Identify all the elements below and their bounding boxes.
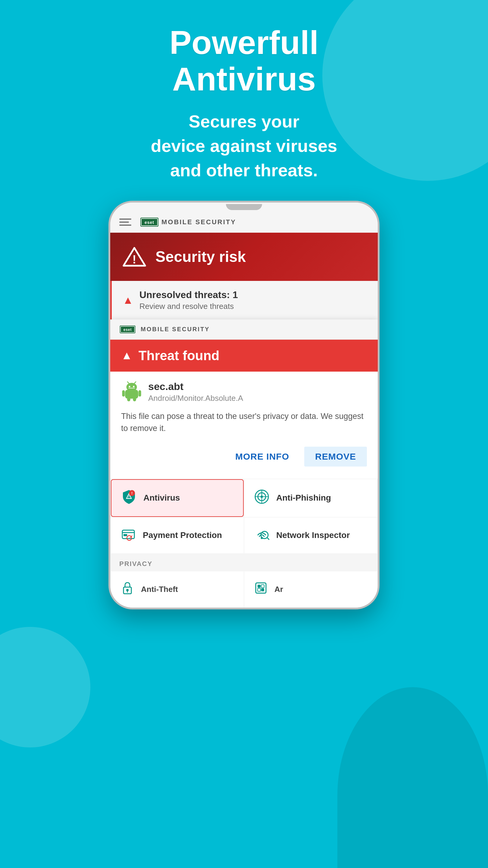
svg-text:eset: eset (144, 220, 154, 225)
dialog-header-bar: eset MOBILE SECURITY (110, 319, 378, 340)
dialog-body: sec.abt Android/Monitor.Absolute.A This … (110, 372, 378, 478)
shield-warning-icon: ! ! (121, 489, 137, 504)
threat-file-type: Android/Monitor.Absolute.A (148, 394, 243, 403)
payment-icon-svg (121, 527, 136, 541)
threat-dialog: eset MOBILE SECURITY ▲ Threat found (110, 319, 378, 478)
ar-label: Ar (274, 585, 283, 594)
dialog-actions: MORE INFO REMOVE (121, 444, 367, 470)
eset-logo-svg: eset (140, 218, 158, 227)
header-title: Powerfull Antivirus (0, 24, 488, 97)
ar-svg (254, 581, 268, 595)
threat-found-banner: ▲ Threat found (110, 340, 378, 372)
header-title-line2: Antivirus (172, 60, 316, 97)
svg-text:!: ! (131, 491, 133, 495)
svg-text:eset: eset (124, 328, 132, 332)
threat-found-label: Threat found (138, 348, 220, 363)
svg-point-9 (127, 383, 137, 391)
threat-warning-icon: ▲ (121, 349, 133, 362)
svg-text:!: ! (128, 495, 129, 498)
unresolved-threats-row[interactable]: ▲ Unresolved threats: 1 Review and resol… (110, 281, 378, 319)
payment-protection-label: Payment Protection (143, 530, 222, 540)
header-title-line1: Powerfull (169, 24, 318, 61)
bg-blob-left (0, 627, 90, 747)
svg-line-34 (267, 538, 269, 539)
network-inspector-tile[interactable]: Network Inspector (244, 518, 377, 553)
antivirus-label: Antivirus (143, 493, 180, 503)
anti-phishing-tile[interactable]: Anti-Phishing (244, 479, 377, 517)
android-icon (121, 381, 142, 402)
svg-rect-16 (127, 398, 130, 401)
threat-file-name: sec.abt (148, 381, 243, 393)
threat-file-info: sec.abt Android/Monitor.Absolute.A (148, 381, 243, 403)
svg-rect-30 (124, 534, 127, 536)
security-risk-banner: ! Security risk (110, 233, 378, 281)
svg-rect-38 (256, 583, 266, 593)
eset-logo: eset MOBILE SECURITY (140, 218, 236, 227)
hamburger-menu-icon[interactable] (119, 218, 131, 226)
svg-line-12 (127, 381, 129, 383)
svg-line-13 (134, 381, 136, 383)
anti-theft-icon (119, 581, 135, 598)
security-risk-label: Security risk (156, 248, 246, 266)
dialog-app-name: MOBILE SECURITY (141, 326, 210, 333)
payment-protection-tile[interactable]: Payment Protection (111, 518, 244, 553)
remove-button[interactable]: REMOVE (304, 447, 367, 467)
privacy-label: PRIVACY (119, 560, 153, 567)
phone-notch (226, 204, 262, 210)
header-subtitle: Secures yourdevice against virusesand ot… (0, 109, 488, 183)
svg-rect-14 (122, 390, 125, 396)
bottom-feature-grid: Anti-Theft Ar (110, 571, 378, 608)
anti-theft-tile[interactable]: Anti-Theft (111, 571, 244, 608)
unresolved-subtitle: Review and resolve threats (139, 302, 238, 311)
svg-rect-41 (258, 588, 261, 591)
svg-rect-42 (261, 588, 264, 591)
phone-notch-area (110, 203, 378, 212)
svg-rect-39 (258, 585, 261, 588)
bg-blob-bottom (337, 687, 488, 868)
network-icon-svg (254, 527, 269, 541)
unresolved-title: Unresolved threats: 1 (139, 289, 238, 301)
phishing-icon-svg (254, 489, 269, 504)
antivirus-icon: ! ! (120, 489, 138, 507)
dialog-eset-logo-svg: eset (119, 326, 136, 333)
app-name-label: MOBILE SECURITY (161, 218, 236, 226)
network-inspector-icon (253, 527, 271, 544)
svg-point-36 (126, 589, 129, 591)
svg-rect-17 (133, 398, 136, 401)
more-info-button[interactable]: MORE INFO (226, 447, 298, 467)
anti-theft-svg (121, 581, 134, 595)
alert-icon: ▲ (123, 294, 133, 307)
anti-phishing-label: Anti-Phishing (276, 493, 331, 503)
feature-grid: ! ! Antivirus (110, 478, 378, 554)
svg-point-11 (133, 385, 134, 387)
svg-rect-15 (138, 390, 141, 396)
threat-file-row: sec.abt Android/Monitor.Absolute.A (121, 381, 367, 403)
ar-tile[interactable]: Ar (244, 571, 377, 608)
svg-point-31 (127, 535, 132, 540)
svg-rect-40 (261, 585, 264, 588)
header-section: Powerfull Antivirus Secures yourdevice a… (0, 0, 488, 201)
app-topbar: eset MOBILE SECURITY (110, 212, 378, 233)
privacy-section: PRIVACY (110, 554, 378, 571)
threat-description: This file can pose a threat to the user'… (121, 410, 367, 435)
warning-triangle-icon: ! (122, 245, 147, 269)
phone-wrapper: eset MOBILE SECURITY ! Security risk ▲ U… (0, 201, 488, 610)
unresolved-text-group: Unresolved threats: 1 Review and resolve… (139, 289, 238, 311)
anti-theft-label: Anti-Theft (141, 585, 178, 594)
svg-point-10 (129, 385, 130, 387)
svg-text:!: ! (133, 253, 136, 266)
payment-protection-icon (119, 527, 137, 544)
anti-phishing-icon (253, 489, 271, 507)
ar-icon (253, 581, 269, 598)
antivirus-tile[interactable]: ! ! Antivirus (111, 479, 244, 517)
network-inspector-label: Network Inspector (276, 530, 350, 540)
phone-mockup: eset MOBILE SECURITY ! Security risk ▲ U… (108, 201, 380, 610)
